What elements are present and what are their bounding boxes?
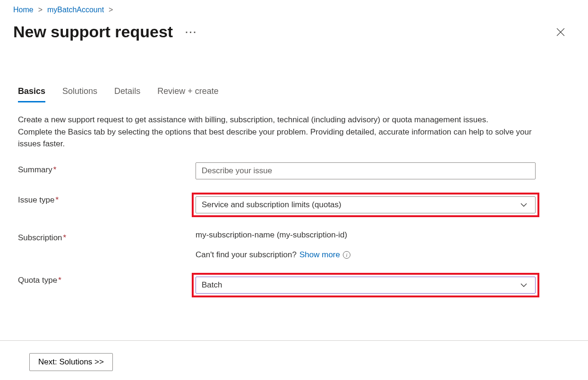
tab-bar: Basics Solutions Details Review + create: [0, 86, 588, 102]
breadcrumb: Home > myBatchAccount >: [0, 0, 588, 14]
more-actions-icon[interactable]: ···: [185, 27, 197, 37]
subscription-value: my-subscription-name (my-subscription-id…: [196, 230, 536, 240]
tab-details[interactable]: Details: [114, 86, 140, 102]
tab-solutions[interactable]: Solutions: [62, 86, 97, 102]
footer: Next: Solutions >>: [29, 353, 113, 371]
tab-review-create[interactable]: Review + create: [157, 86, 219, 102]
info-icon[interactable]: i: [343, 251, 350, 259]
tab-basics[interactable]: Basics: [18, 86, 45, 102]
issue-type-value: Service and subscription limits (quotas): [202, 200, 341, 210]
intro-text: Create a new support request to get assi…: [0, 102, 557, 150]
summary-label: Summary*: [18, 162, 196, 175]
subscription-label: Subscription*: [18, 230, 196, 243]
quota-type-value: Batch: [202, 280, 222, 290]
breadcrumb-home-link[interactable]: Home: [13, 6, 34, 14]
issue-type-highlight: Service and subscription limits (quotas): [192, 193, 539, 217]
intro-line-2: Complete the Basics tab by selecting the…: [18, 126, 539, 150]
quota-type-label: Quota type*: [18, 273, 196, 285]
required-indicator: *: [53, 165, 57, 174]
issue-type-label-text: Issue type: [18, 195, 55, 204]
basics-form: Summary* Issue type* Service and subscri…: [0, 150, 588, 297]
page-header: New support request ···: [0, 14, 588, 41]
quota-type-label-text: Quota type: [18, 276, 57, 285]
chevron-down-icon: [520, 201, 528, 209]
issue-type-label: Issue type*: [18, 193, 196, 205]
quota-type-select[interactable]: Batch: [196, 277, 536, 294]
summary-input[interactable]: [196, 162, 536, 179]
intro-line-1: Create a new support request to get assi…: [18, 114, 539, 126]
issue-type-select[interactable]: Service and subscription limits (quotas): [196, 196, 536, 213]
required-indicator: *: [56, 195, 59, 204]
chevron-down-icon: [520, 281, 528, 289]
summary-label-text: Summary: [18, 165, 52, 174]
quota-type-highlight: Batch: [192, 273, 539, 297]
subscription-label-text: Subscription: [18, 233, 62, 242]
page-title: New support request: [13, 23, 173, 41]
footer-divider: [0, 340, 588, 341]
breadcrumb-separator-icon: >: [109, 6, 113, 14]
show-more-link[interactable]: Show more: [299, 250, 340, 260]
subscription-hint: Can't find your subscription? Show more …: [196, 250, 536, 260]
required-indicator: *: [63, 233, 67, 242]
breadcrumb-account-link[interactable]: myBatchAccount: [47, 6, 104, 14]
breadcrumb-separator-icon: >: [38, 6, 43, 14]
close-icon: [556, 28, 565, 36]
subscription-block: my-subscription-name (my-subscription-id…: [196, 230, 536, 260]
subscription-hint-prefix: Can't find your subscription?: [196, 250, 297, 260]
next-solutions-button[interactable]: Next: Solutions >>: [29, 353, 113, 371]
required-indicator: *: [58, 276, 61, 285]
close-button[interactable]: [554, 25, 567, 39]
